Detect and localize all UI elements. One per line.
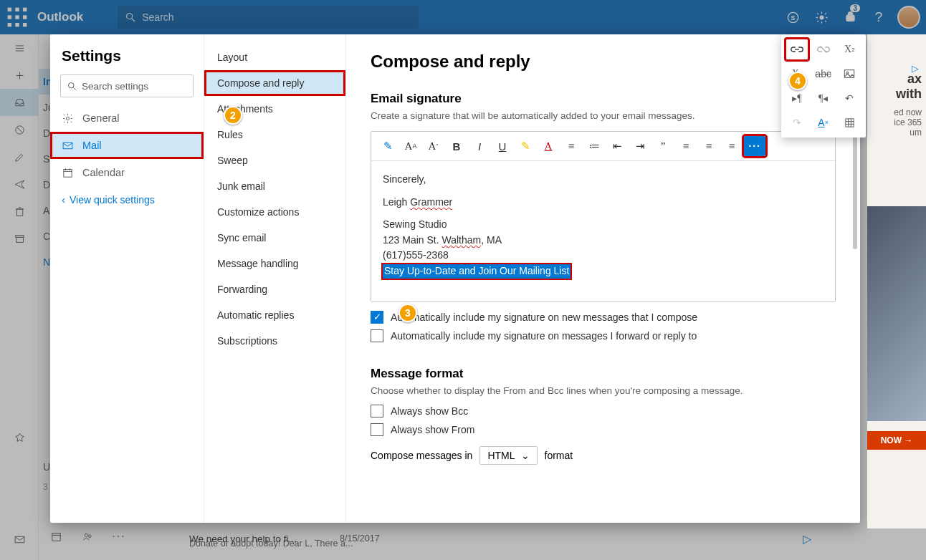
format-painter-icon[interactable]: ✎ (377, 136, 398, 156)
ad-text: ax (907, 72, 922, 86)
category-mail[interactable]: Mail (50, 132, 204, 159)
subitem-sweep[interactable]: Sweep (204, 148, 345, 173)
ltr-icon[interactable]: ▸¶ (786, 87, 808, 109)
redo-icon[interactable]: ↷ (786, 112, 808, 133)
chk-sig-new-label: Automatically include my signature on ne… (391, 312, 697, 323)
bold-icon[interactable]: B (446, 136, 467, 156)
callout-2: 2 (224, 106, 242, 125)
svg-rect-36 (64, 169, 72, 177)
indent-icon[interactable]: ⇥ (629, 136, 651, 156)
compose-in-suffix: format (545, 450, 573, 461)
chk-show-bcc-label: Always show Bcc (391, 405, 468, 417)
search-settings-input[interactable]: Search settings (60, 74, 194, 97)
search-settings-placeholder: Search settings (82, 81, 148, 92)
align-center-icon[interactable]: ≡ (698, 136, 720, 156)
rtl-icon[interactable]: ¶◂ (812, 87, 835, 109)
outdent-icon[interactable]: ⇤ (606, 136, 628, 156)
subitem-customize[interactable]: Customize actions (204, 199, 345, 225)
subitem-auto-replies[interactable]: Automatic replies (204, 302, 345, 328)
category-general[interactable]: General (50, 105, 204, 132)
sig-selected-link: Stay Up-to-Date and Join Our Mailing Lis… (383, 264, 824, 279)
svg-rect-44 (846, 118, 854, 126)
callout-4: 4 (788, 72, 807, 90)
italic-icon[interactable]: I (469, 136, 490, 156)
svg-line-33 (73, 87, 76, 90)
settings-modal: Settings Search settings General Mail Ca… (50, 34, 860, 523)
quote-icon[interactable]: ” (652, 136, 674, 156)
compose-format-select[interactable]: HTML ⌄ (479, 446, 537, 465)
font-family-icon[interactable]: AA (400, 136, 421, 156)
font-color-icon[interactable]: A (538, 136, 559, 156)
sig-line: (617)555-2368 (383, 248, 824, 263)
ad-text: ice 365 (894, 117, 922, 127)
sig-line: Leigh Grammer (383, 195, 824, 210)
signature-heading: Email signature (371, 92, 836, 106)
clear-format-icon[interactable]: A× (812, 112, 835, 133)
chk-sig-reply[interactable] (371, 329, 383, 342)
sig-line: Sincerely, (383, 173, 824, 187)
insert-link-icon[interactable] (786, 39, 808, 60)
settings-categories-pane: Settings Search settings General Mail Ca… (50, 34, 204, 523)
bullets-icon[interactable]: ≡ (560, 136, 582, 156)
ad-sidebar: ▷ ax with ed now ice 365 um NOW → (867, 34, 926, 528)
chevron-down-icon: ⌄ (521, 450, 530, 461)
editor-toolbar: ✎ AA A˅ B I U ✎ A ≡ ≔ ⇤ ⇥ ” ≡ ≡ ≡ ··· (371, 132, 835, 161)
subitem-sync[interactable]: Sync email (204, 225, 345, 251)
subitem-compose-reply[interactable]: Compose and reply (204, 70, 345, 96)
more-formatting-button[interactable]: ··· (744, 136, 765, 156)
msg-format-heading: Message format (371, 367, 836, 381)
chk-show-from[interactable] (371, 423, 383, 436)
subitem-subscriptions[interactable]: Subscriptions (204, 328, 345, 354)
align-right-icon[interactable]: ≡ (721, 136, 743, 156)
insert-image-icon[interactable] (838, 63, 861, 85)
signature-textarea[interactable]: Sincerely, Leigh Grammer Sewing Studio 1… (371, 161, 835, 301)
settings-title: Settings (50, 47, 204, 64)
chk-sig-reply-label: Automatically include my signature on me… (391, 330, 697, 342)
remove-link-icon[interactable] (812, 39, 835, 60)
ad-image (867, 206, 926, 421)
undo-icon[interactable]: ↶ (838, 87, 861, 109)
subitem-msg-handling[interactable]: Message handling (204, 251, 345, 276)
highlight-icon[interactable]: ✎ (515, 136, 536, 156)
subitem-forwarding[interactable]: Forwarding (204, 276, 345, 302)
pane-title: Compose and reply (371, 52, 783, 72)
ad-text: ed now (894, 107, 922, 117)
category-calendar[interactable]: Calendar (50, 159, 204, 186)
svg-point-34 (66, 117, 69, 120)
ad-text: um (910, 127, 922, 137)
signature-editor: ✎ AA A˅ B I U ✎ A ≡ ≔ ⇤ ⇥ ” ≡ ≡ ≡ ··· Si… (371, 131, 836, 302)
svg-point-32 (69, 82, 75, 88)
msg-format-subtext: Choose whether to display the From and B… (371, 385, 836, 396)
sig-line: Sewing Studio (383, 218, 824, 232)
subitem-rules[interactable]: Rules (204, 122, 345, 148)
settings-subnav-pane: Layout Compose and reply Attachments Rul… (204, 34, 346, 523)
superscript-icon[interactable]: X2 (838, 39, 861, 60)
numbering-icon[interactable]: ≔ (583, 136, 605, 156)
align-left-icon[interactable]: ≡ (675, 136, 697, 156)
subitem-layout[interactable]: Layout (204, 44, 345, 70)
strikethrough-icon[interactable]: abc (812, 63, 835, 85)
callout-3: 3 (398, 304, 417, 322)
svg-rect-42 (845, 70, 854, 78)
ad-text: with (896, 87, 922, 101)
svg-rect-35 (63, 143, 72, 149)
sig-line: 123 Main St. Waltham, MA (383, 233, 824, 248)
ad-cta-button[interactable]: NOW → (867, 431, 926, 450)
compose-in-prefix: Compose messages in (371, 450, 472, 461)
chk-sig-new[interactable]: ✓ (371, 311, 383, 324)
underline-icon[interactable]: U (492, 136, 513, 156)
table-icon[interactable] (838, 112, 861, 133)
subitem-junk[interactable]: Junk email (204, 173, 345, 199)
chk-show-bcc[interactable] (371, 405, 383, 417)
chk-show-from-label: Always show From (391, 424, 474, 435)
font-size-icon[interactable]: A˅ (423, 136, 444, 156)
ad-close-icon[interactable]: ▷ (912, 63, 919, 74)
view-quick-settings-link[interactable]: ‹View quick settings (50, 186, 204, 213)
signature-subtext: Create a signature that will be automati… (371, 110, 836, 121)
